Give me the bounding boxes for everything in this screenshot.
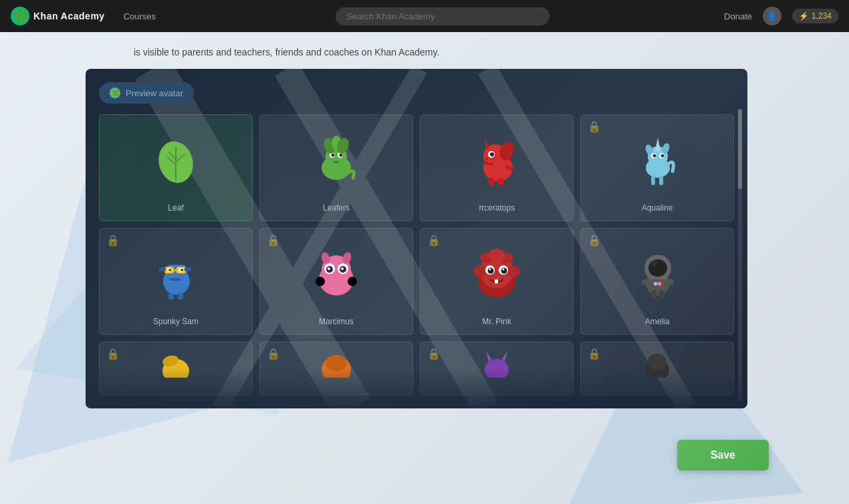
logo-text: Khan Academy bbox=[33, 11, 105, 21]
avatar-label-piceratops: πceratops bbox=[479, 203, 515, 213]
page-body: is visible to parents and teachers, frie… bbox=[0, 32, 849, 504]
top-navigation: 🌿 Khan Academy Courses Donate 👤 ⚡ 1,234 bbox=[0, 0, 849, 32]
svg-rect-50 bbox=[185, 267, 191, 271]
avatar-card-11[interactable]: 🔒 bbox=[420, 342, 574, 395]
scroll-bar[interactable] bbox=[738, 109, 742, 402]
svg-point-68 bbox=[507, 266, 520, 277]
svg-rect-78 bbox=[495, 279, 498, 283]
avatar-label-marcimus: Marcimus bbox=[319, 317, 354, 326]
svg-point-24 bbox=[485, 158, 488, 160]
svg-point-71 bbox=[489, 249, 505, 261]
svg-point-36 bbox=[660, 154, 664, 157]
avatar-card-amelia[interactable]: 🔒 bbox=[580, 228, 734, 335]
svg-marker-95 bbox=[486, 351, 491, 362]
svg-marker-22 bbox=[483, 138, 490, 150]
avatar-image-leafers bbox=[260, 115, 412, 203]
avatar-image-12 bbox=[581, 342, 733, 386]
sub-header-text: is visible to parents and teachers, frie… bbox=[134, 47, 439, 57]
svg-marker-30 bbox=[655, 138, 660, 151]
avatar-image-spunky-sam bbox=[100, 229, 252, 317]
avatar-label-spunky-sam: Spunky Sam bbox=[153, 317, 199, 326]
donate-button[interactable]: Donate bbox=[724, 11, 752, 21]
avatar-card-piceratops[interactable]: πceratops bbox=[420, 114, 574, 221]
svg-rect-88 bbox=[651, 290, 656, 298]
svg-marker-96 bbox=[502, 351, 507, 362]
svg-point-13 bbox=[332, 153, 335, 156]
svg-point-60 bbox=[341, 267, 344, 270]
avatar-card-9[interactable]: 🔒 bbox=[99, 342, 253, 395]
svg-rect-26 bbox=[498, 178, 503, 186]
svg-point-47 bbox=[180, 269, 183, 271]
svg-point-93 bbox=[326, 355, 347, 371]
svg-point-64 bbox=[348, 277, 357, 286]
svg-point-94 bbox=[485, 359, 509, 378]
avatar-image-11 bbox=[420, 342, 573, 386]
svg-rect-51 bbox=[168, 293, 174, 299]
nav-courses[interactable]: Courses bbox=[118, 11, 161, 21]
nav-right: Donate 👤 ⚡ 1,234 bbox=[724, 7, 838, 25]
svg-point-74 bbox=[488, 267, 494, 273]
avatar-card-10[interactable]: 🔒 bbox=[259, 342, 413, 395]
logo[interactable]: 🌿 Khan Academy bbox=[11, 7, 105, 25]
energy-value: 1,234 bbox=[812, 11, 832, 21]
svg-rect-37 bbox=[651, 176, 655, 185]
avatar-grid: Leaf bbox=[99, 114, 734, 395]
search-input[interactable] bbox=[336, 7, 550, 25]
preview-avatar-button[interactable]: 🌿 Preview avatar bbox=[99, 82, 194, 104]
save-button[interactable]: Save bbox=[677, 440, 769, 471]
avatar-image-amelia bbox=[581, 229, 733, 317]
svg-point-76 bbox=[489, 268, 491, 270]
avatar-card-marcimus[interactable]: 🔒 bbox=[259, 228, 413, 335]
svg-rect-25 bbox=[489, 178, 494, 186]
svg-point-82 bbox=[651, 261, 658, 266]
svg-rect-43 bbox=[174, 269, 176, 271]
svg-point-21 bbox=[490, 152, 494, 156]
svg-point-77 bbox=[503, 268, 505, 270]
svg-rect-86 bbox=[642, 279, 651, 285]
svg-point-98 bbox=[648, 354, 666, 370]
svg-point-63 bbox=[316, 277, 325, 286]
svg-point-35 bbox=[652, 154, 656, 157]
avatar-label-amelia: Amelia bbox=[645, 317, 670, 326]
svg-rect-48 bbox=[170, 278, 180, 281]
avatar-icon[interactable]: 👤 bbox=[763, 7, 781, 25]
avatar-panel: 🌿 Preview avatar Leaf bbox=[86, 69, 747, 408]
svg-rect-38 bbox=[659, 176, 663, 185]
avatar-card-leaf[interactable]: Leaf bbox=[99, 114, 253, 221]
logo-icon: 🌿 bbox=[11, 7, 29, 25]
avatar-label-aqualine: Aqualine bbox=[642, 203, 673, 213]
nav-center bbox=[174, 7, 711, 25]
scroll-thumb[interactable] bbox=[738, 109, 742, 189]
svg-rect-89 bbox=[659, 290, 664, 298]
avatar-label-mr-pink: Mr. Pink bbox=[482, 317, 511, 326]
svg-point-14 bbox=[340, 153, 343, 156]
avatar-card-spunky-sam[interactable]: 🔒 bbox=[99, 228, 253, 335]
avatar-image-aqualine bbox=[581, 115, 733, 203]
avatar-card-12[interactable]: 🔒 bbox=[580, 342, 734, 395]
avatar-image-10 bbox=[260, 342, 412, 386]
svg-rect-85 bbox=[658, 282, 661, 285]
svg-point-59 bbox=[328, 267, 330, 270]
svg-rect-87 bbox=[664, 279, 674, 285]
avatar-label-leaf: Leaf bbox=[168, 203, 183, 213]
avatar-image-leaf bbox=[100, 115, 252, 203]
svg-rect-84 bbox=[654, 282, 657, 285]
svg-point-81 bbox=[648, 259, 667, 277]
energy-icon: ⚡ bbox=[799, 11, 809, 21]
leaf-small-icon: 🌿 bbox=[110, 88, 120, 98]
avatar-label-leafers: Leafers bbox=[323, 203, 350, 213]
preview-btn-label: Preview avatar bbox=[126, 88, 183, 98]
energy-counter: ⚡ 1,234 bbox=[792, 9, 838, 23]
svg-point-45 bbox=[168, 269, 171, 271]
svg-rect-52 bbox=[178, 293, 183, 299]
avatar-image-9 bbox=[100, 342, 252, 386]
avatar-image-piceratops bbox=[420, 115, 573, 203]
avatar-card-aqualine[interactable]: 🔒 bbox=[580, 114, 734, 221]
svg-point-75 bbox=[501, 267, 507, 273]
svg-point-67 bbox=[473, 266, 487, 277]
avatar-image-marcimus bbox=[260, 229, 412, 317]
svg-rect-49 bbox=[159, 267, 166, 271]
avatar-image-mr-pink bbox=[420, 229, 573, 317]
avatar-card-mr-pink[interactable]: 🔒 bbox=[420, 228, 574, 335]
avatar-card-leafers[interactable]: Leafers bbox=[259, 114, 413, 221]
